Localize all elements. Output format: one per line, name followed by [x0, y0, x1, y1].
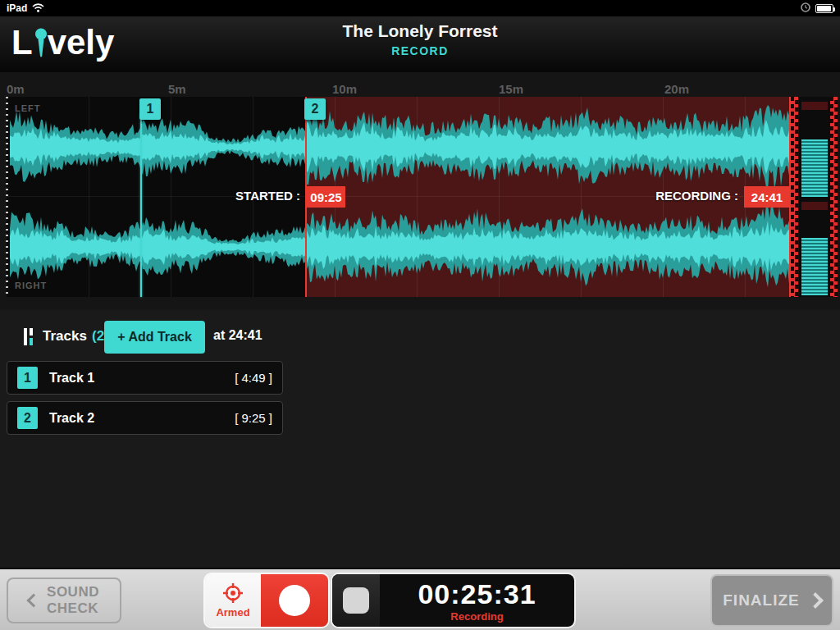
waveform-panel: 0m 5m 10m 15m 20m LEFT RIGHT 1 2 STARTED…: [0, 72, 840, 310]
marker-1-badge[interactable]: 1: [139, 98, 161, 120]
chevron-right-icon: [807, 592, 824, 609]
record-control-group: Armed: [205, 574, 328, 627]
record-button[interactable]: [261, 574, 328, 627]
transport-bar: SOUND CHECK Armed 00:25:31: [0, 568, 840, 630]
battery-nub: [833, 7, 835, 11]
finalize-label: FINALIZE: [723, 591, 800, 609]
right-meter-peak-cap: [801, 202, 828, 210]
started-label: STARTED :: [205, 189, 300, 203]
marker-2-badge[interactable]: 2: [304, 98, 326, 120]
record-circle-icon: [279, 585, 310, 616]
sound-check-label: SOUND CHECK: [47, 584, 99, 617]
sprocket-strip-right: [830, 97, 838, 297]
chevron-left-icon: [27, 594, 41, 608]
tracks-icon: [24, 328, 36, 345]
track-1-duration: [ 4:49 ]: [235, 371, 272, 385]
left-meter-peak-cap: [801, 102, 828, 110]
armed-target-icon: [222, 582, 244, 604]
waveform-canvas[interactable]: LEFT RIGHT 1 2 STARTED : 09:25 RECORDING…: [0, 97, 840, 297]
track-row-1[interactable]: 1 Track 1 [ 4:49 ]: [7, 361, 283, 395]
left-channel-label: LEFT: [15, 103, 41, 113]
armed-label: Armed: [216, 606, 249, 619]
track-2-number-badge: 2: [17, 407, 38, 429]
timer-panel: 00:25:31 Recording: [332, 574, 574, 627]
app-header: L vely The Lonely Forrest RECORD: [0, 16, 840, 72]
tracks-icon-bar1: [24, 328, 27, 345]
track-1-name: Track 1: [49, 371, 235, 386]
right-channel-label: RIGHT: [15, 281, 47, 290]
tracks-header-label: Tracks: [43, 328, 87, 345]
timeline-label-15m: 15m: [499, 82, 523, 96]
left-perforated-edge: [6, 97, 8, 297]
timeline-label-0m: 0m: [7, 82, 25, 96]
tracks-toolbar: Tracks (2) + Add Track at 24:41: [0, 318, 840, 356]
status-left: iPad: [7, 1, 44, 16]
recording-time-badge: 24:41: [744, 186, 790, 208]
sound-check-button[interactable]: SOUND CHECK: [7, 578, 121, 623]
timer-value: 00:25:31: [418, 579, 536, 609]
stop-button[interactable]: [332, 574, 380, 627]
timeline-label-5m: 5m: [168, 82, 186, 96]
timer-display: 00:25:31 Recording: [380, 574, 574, 627]
track-2-duration: [ 9:25 ]: [235, 411, 272, 425]
battery-fill: [817, 6, 831, 11]
current-position-label: at 24:41: [213, 328, 262, 343]
timeline-label-10m: 10m: [332, 82, 357, 96]
level-meters: [799, 97, 830, 297]
armed-toggle[interactable]: Armed: [205, 574, 261, 627]
sprocket-strip-left: [791, 97, 798, 297]
stop-icon: [343, 587, 369, 614]
clock-icon: [801, 1, 810, 16]
wifi-icon: [32, 1, 44, 16]
marker-1-line: [140, 113, 142, 297]
right-level-meter: [801, 238, 828, 295]
sound-check-line2: CHECK: [47, 600, 98, 616]
sound-check-line1: SOUND: [47, 584, 99, 600]
status-bar: iPad: [0, 0, 840, 16]
left-level-meter: [801, 139, 828, 197]
track-2-name: Track 2: [49, 411, 235, 426]
header-title-block: The Lonely Forrest RECORD: [0, 21, 840, 57]
add-track-button[interactable]: + Add Track: [104, 321, 205, 354]
app-root: iPad L: [0, 0, 840, 630]
timer-status: Recording: [450, 610, 503, 623]
page-title: The Lonely Forrest: [0, 21, 840, 41]
tracks-icon-bar2-top: [30, 328, 33, 336]
status-right: [801, 1, 833, 16]
track-row-2[interactable]: 2 Track 2 [ 9:25 ]: [7, 401, 283, 435]
device-label: iPad: [7, 2, 27, 14]
started-time-badge: 09:25: [307, 186, 345, 208]
track-1-number-badge: 1: [17, 367, 38, 389]
recording-label: RECORDING :: [597, 189, 738, 203]
battery-icon: [815, 4, 833, 13]
mode-label: RECORD: [0, 44, 840, 57]
timeline-label-20m: 20m: [664, 82, 689, 96]
tracks-icon-bar2-bottom: [30, 338, 33, 345]
finalize-button[interactable]: FINALIZE: [710, 574, 833, 627]
